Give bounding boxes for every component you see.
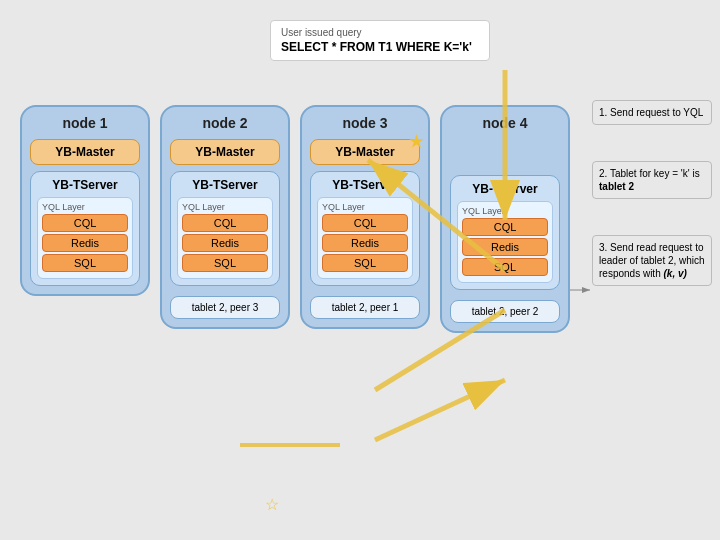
node4-yql-label: YQL Layer — [462, 206, 548, 216]
query-label: User issued query — [281, 27, 479, 38]
node4-tablet: tablet 2, peer 2 — [450, 300, 560, 323]
node3-title: node 3 — [342, 115, 387, 131]
node2-yql-label: YQL Layer — [182, 202, 268, 212]
annotation-3: 3. Send read request to leader of tablet… — [592, 235, 712, 286]
node-3: node 3 YB-Master ★ YB-TServer YQL Layer … — [300, 105, 430, 329]
node3-yql-label: YQL Layer — [322, 202, 408, 212]
node2-title: node 2 — [202, 115, 247, 131]
node-1: node 1 YB-Master YB-TServer YQL Layer CQ… — [20, 105, 150, 296]
node1-redis: Redis — [42, 234, 128, 252]
node1-tserver: YB-TServer YQL Layer CQL Redis SQL — [30, 171, 140, 286]
node2-star-icon: ☆ — [265, 495, 279, 514]
node4-tserver-label: YB-TServer — [472, 182, 537, 196]
node4-tserver: YB-TServer YQL Layer CQL Redis SQL — [450, 175, 560, 290]
node3-yql: YQL Layer CQL Redis SQL — [317, 197, 413, 279]
query-box: User issued query SELECT * FROM T1 WHERE… — [270, 20, 490, 61]
annotation-1-text: 1. Send request to YQL — [599, 107, 703, 118]
node3-tserver: YB-TServer YQL Layer CQL Redis SQL — [310, 171, 420, 286]
query-text: SELECT * FROM T1 WHERE K='k' — [281, 40, 479, 54]
node2-tserver-label: YB-TServer — [192, 178, 257, 192]
annotation-area: 1. Send request to YQL 2. Tablet for key… — [592, 100, 712, 286]
annotation-1: 1. Send request to YQL — [592, 100, 712, 125]
node4-cql: CQL — [462, 218, 548, 236]
node1-yql-label: YQL Layer — [42, 202, 128, 212]
node2-tserver: YB-TServer YQL Layer CQL Redis SQL — [170, 171, 280, 286]
node1-yql: YQL Layer CQL Redis SQL — [37, 197, 133, 279]
node3-tserver-label: YB-TServer — [332, 178, 397, 192]
node1-tserver-label: YB-TServer — [52, 178, 117, 192]
node3-redis: Redis — [322, 234, 408, 252]
node3-sql: SQL — [322, 254, 408, 272]
node-4: node 4 YB-TServer YQL Layer CQL Redis SQ… — [440, 105, 570, 333]
node4-title: node 4 — [482, 115, 527, 131]
node3-cql: CQL — [322, 214, 408, 232]
node1-cql: CQL — [42, 214, 128, 232]
node2-redis: Redis — [182, 234, 268, 252]
node4-yql: YQL Layer CQL Redis SQL — [457, 201, 553, 283]
annotation-2-bold: tablet 2 — [599, 181, 634, 192]
node4-redis: Redis — [462, 238, 548, 256]
node2-cql: CQL — [182, 214, 268, 232]
annotation-2: 2. Tablet for key = 'k' is tablet 2 — [592, 161, 712, 199]
node2-sql: SQL — [182, 254, 268, 272]
node1-title: node 1 — [62, 115, 107, 131]
arrow-from-tablet1 — [375, 380, 505, 440]
node3-tablet: tablet 2, peer 1 — [310, 296, 420, 319]
node3-master: YB-Master ★ — [310, 139, 420, 165]
node2-yql: YQL Layer CQL Redis SQL — [177, 197, 273, 279]
node3-star-icon: ★ — [409, 132, 423, 151]
node1-master: YB-Master — [30, 139, 140, 165]
node2-master: YB-Master — [170, 139, 280, 165]
node2-tablet: tablet 2, peer 3 — [170, 296, 280, 319]
diagram-container: User issued query SELECT * FROM T1 WHERE… — [0, 0, 720, 540]
node4-sql: SQL — [462, 258, 548, 276]
node-2: node 2 YB-Master YB-TServer YQL Layer CQ… — [160, 105, 290, 329]
annotation-3-em: (k, v) — [663, 268, 686, 279]
node1-sql: SQL — [42, 254, 128, 272]
